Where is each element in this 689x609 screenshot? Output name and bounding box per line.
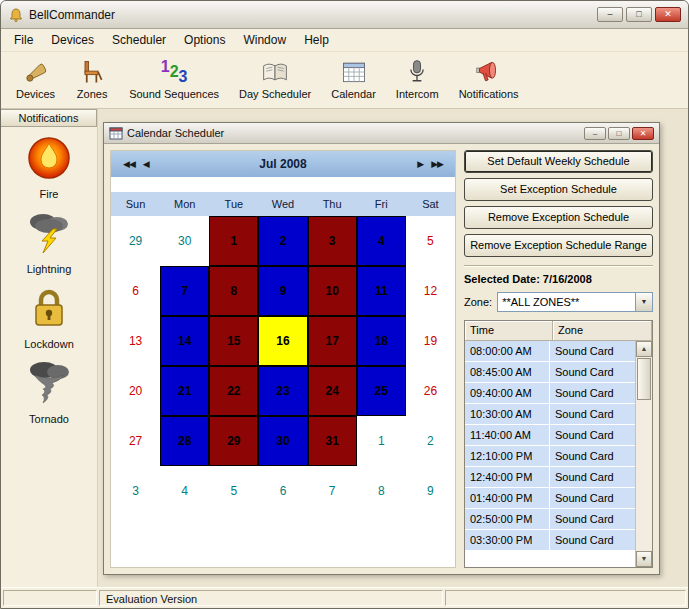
toolbar-label: Devices xyxy=(16,88,55,100)
calendar-day-cell[interactable]: 15 xyxy=(209,316,258,366)
calendar-day-cell[interactable]: 28 xyxy=(160,416,209,466)
prev-month-button[interactable]: ◀ xyxy=(139,159,153,169)
schedule-row[interactable]: 11:40:00 AMSound Card xyxy=(465,425,635,446)
calendar-day-cell[interactable]: 11 xyxy=(357,266,406,316)
toolbar-day-scheduler[interactable]: Day Scheduler xyxy=(234,55,316,102)
sidebar-item-lockdown[interactable]: Lockdown xyxy=(24,284,74,350)
calendar-day-cell[interactable]: 27 xyxy=(111,416,160,466)
calendar-day-cell[interactable]: 4 xyxy=(160,466,209,516)
toolbar-notifications[interactable]: Notifications xyxy=(454,55,524,102)
menu-devices[interactable]: Devices xyxy=(42,30,103,50)
schedule-row[interactable]: 10:30:00 AMSound Card xyxy=(465,404,635,425)
calendar-day-cell[interactable]: 26 xyxy=(406,366,455,416)
calendar-day-cell[interactable]: 5 xyxy=(209,466,258,516)
menu-file[interactable]: File xyxy=(5,30,42,50)
window-title: BellCommander xyxy=(29,8,115,22)
toolbar-intercom[interactable]: Intercom xyxy=(391,55,444,102)
calendar-day-cell[interactable]: 18 xyxy=(357,316,406,366)
schedule-row[interactable]: 12:40:00 PMSound Card xyxy=(465,467,635,488)
minimize-button[interactable]: – xyxy=(597,7,623,22)
next-year-button[interactable]: ▶▶ xyxy=(427,159,447,169)
menu-help[interactable]: Help xyxy=(295,30,338,50)
schedule-row[interactable]: 08:45:00 AMSound Card xyxy=(465,362,635,383)
menu-scheduler[interactable]: Scheduler xyxy=(103,30,175,50)
scroll-down-icon[interactable]: ▼ xyxy=(636,551,652,567)
vertical-scrollbar[interactable]: ▲ ▼ xyxy=(635,341,652,567)
calendar-day-cell[interactable]: 9 xyxy=(406,466,455,516)
calendar-day-cell[interactable]: 1 xyxy=(357,416,406,466)
next-month-button[interactable]: ▶ xyxy=(413,159,427,169)
toolbar-devices[interactable]: Devices xyxy=(11,55,60,102)
calendar-day-cell[interactable]: 3 xyxy=(308,216,357,266)
scroll-up-icon[interactable]: ▲ xyxy=(636,341,652,357)
set-default-weekly-schedule-button[interactable]: Set Default Weekly Schedule xyxy=(464,150,653,173)
zone-dropdown[interactable]: **ALL ZONES** ▼ xyxy=(497,292,653,312)
calendar-day-cell[interactable]: 31 xyxy=(308,416,357,466)
sidebar-item-lightning[interactable]: Lightning xyxy=(26,209,72,275)
schedule-row[interactable]: 02:50:00 PMSound Card xyxy=(465,509,635,530)
scrollbar-thumb[interactable] xyxy=(637,358,651,400)
calendar-day-cell[interactable]: 25 xyxy=(357,366,406,416)
schedule-row[interactable]: 09:40:00 AMSound Card xyxy=(465,383,635,404)
calendar-day-cell[interactable]: 17 xyxy=(308,316,357,366)
child-maximize-button[interactable]: □ xyxy=(608,127,630,140)
calendar-day-cell[interactable]: 1 xyxy=(209,216,258,266)
schedule-row[interactable]: 12:10:00 PMSound Card xyxy=(465,446,635,467)
sidebar-item-fire[interactable]: Fire xyxy=(26,134,72,200)
scrollbar-track[interactable] xyxy=(636,401,652,551)
calendar-day-cell[interactable]: 4 xyxy=(357,216,406,266)
schedule-row[interactable]: 01:40:00 PMSound Card xyxy=(465,488,635,509)
calendar-day-cell[interactable]: 12 xyxy=(406,266,455,316)
toolbar-zones[interactable]: Zones xyxy=(70,55,114,102)
calendar-day-cell[interactable]: 5 xyxy=(406,216,455,266)
column-header-time[interactable]: Time xyxy=(465,321,553,341)
calendar-day-cell[interactable]: 16 xyxy=(258,316,307,366)
calendar-day-cell[interactable]: 30 xyxy=(160,216,209,266)
calendar-day-cell[interactable]: 8 xyxy=(357,466,406,516)
calendar-day-cell[interactable]: 3 xyxy=(111,466,160,516)
calendar-day-cell[interactable]: 30 xyxy=(258,416,307,466)
calendar-spacer xyxy=(111,177,455,192)
schedule-row[interactable]: 03:30:00 PMSound Card xyxy=(465,530,635,551)
calendar-day-cell[interactable]: 19 xyxy=(406,316,455,366)
prev-year-button[interactable]: ◀◀ xyxy=(119,159,139,169)
zones-icon xyxy=(75,57,109,87)
maximize-button[interactable]: □ xyxy=(626,7,652,22)
calendar-day-cell[interactable]: 29 xyxy=(111,216,160,266)
calendar-day-cell[interactable]: 2 xyxy=(406,416,455,466)
child-close-button[interactable]: ✕ xyxy=(632,127,654,140)
calendar-day-cell[interactable]: 14 xyxy=(160,316,209,366)
calendar-day-cell[interactable]: 9 xyxy=(258,266,307,316)
calendar-day-cell[interactable]: 24 xyxy=(308,366,357,416)
calendar-day-cell[interactable]: 6 xyxy=(111,266,160,316)
calendar-day-cell[interactable]: 10 xyxy=(308,266,357,316)
close-button[interactable]: ✕ xyxy=(655,7,681,22)
remove-exception-schedule-range-button[interactable]: Remove Exception Schedule Range xyxy=(464,234,653,257)
toolbar-sound-sequences[interactable]: 123 Sound Sequences xyxy=(124,55,224,102)
schedule-panel: Set Default Weekly Schedule Set Exceptio… xyxy=(464,150,653,568)
calendar-day-cell[interactable]: 7 xyxy=(160,266,209,316)
dayname-fri: Fri xyxy=(357,198,406,210)
calendar-day-cell[interactable]: 21 xyxy=(160,366,209,416)
sidebar-item-tornado[interactable]: Tornado xyxy=(26,359,72,425)
calendar-day-cell[interactable]: 13 xyxy=(111,316,160,366)
toolbar-calendar[interactable]: Calendar xyxy=(326,55,381,102)
calendar-day-cell[interactable]: 20 xyxy=(111,366,160,416)
set-exception-schedule-button[interactable]: Set Exception Schedule xyxy=(464,178,653,201)
child-titlebar[interactable]: Calendar Scheduler – □ ✕ xyxy=(104,123,659,144)
menu-options[interactable]: Options xyxy=(175,30,234,50)
child-minimize-button[interactable]: – xyxy=(584,127,606,140)
remove-exception-schedule-button[interactable]: Remove Exception Schedule xyxy=(464,206,653,229)
status-panel-left xyxy=(3,590,97,606)
schedule-row[interactable]: 08:00:00 AMSound Card xyxy=(465,341,635,362)
calendar-day-cell[interactable]: 8 xyxy=(209,266,258,316)
calendar-day-cell[interactable]: 23 xyxy=(258,366,307,416)
calendar-day-cell[interactable]: 2 xyxy=(258,216,307,266)
calendar-day-cell[interactable]: 6 xyxy=(258,466,307,516)
menu-window[interactable]: Window xyxy=(234,30,295,50)
chevron-down-icon[interactable]: ▼ xyxy=(635,293,652,311)
calendar-day-cell[interactable]: 22 xyxy=(209,366,258,416)
column-header-zone[interactable]: Zone xyxy=(553,321,652,341)
calendar-day-cell[interactable]: 7 xyxy=(308,466,357,516)
calendar-day-cell[interactable]: 29 xyxy=(209,416,258,466)
